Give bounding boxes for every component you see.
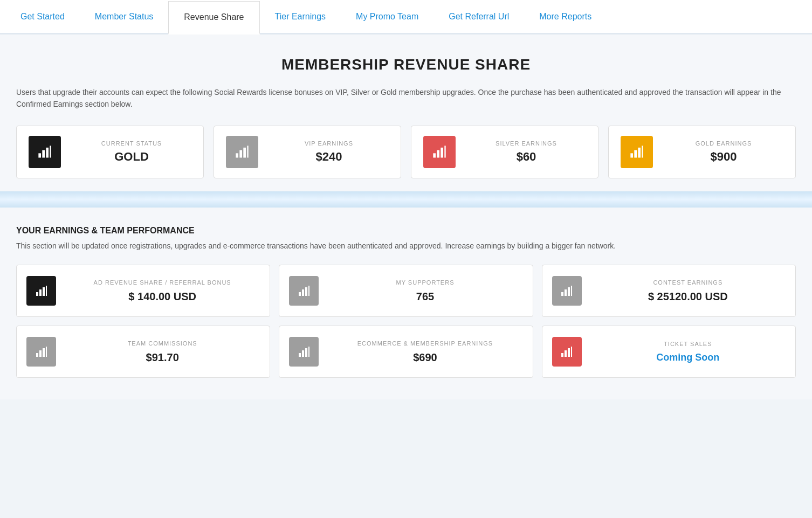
earn-value-my-supporters: 765 [327, 291, 522, 303]
earn-label-ad-revenue: AD REVENUE SHARE / REFERRAL BONUS [65, 279, 260, 287]
earn-label-team-commissions: TEAM COMMISSIONS [65, 340, 260, 348]
stat-label-silver-earnings: SILVER EARNINGS [466, 140, 586, 147]
svg-rect-29 [39, 350, 42, 357]
svg-rect-1 [42, 150, 45, 157]
chart-icon-gold [621, 136, 653, 168]
svg-rect-37 [565, 350, 567, 357]
card-current-status: CURRENT STATUS GOLD [16, 126, 204, 178]
svg-rect-24 [561, 292, 563, 296]
earnings-title: YOUR EARNINGS & TEAM PERFORMANCE [16, 226, 796, 236]
card-vip-earnings: VIP EARNINGS $240 [214, 126, 401, 178]
svg-rect-38 [568, 348, 570, 357]
svg-rect-16 [36, 292, 38, 296]
chart-icon-red-silver [423, 136, 456, 168]
svg-rect-7 [247, 146, 248, 157]
svg-rect-35 [308, 347, 309, 357]
svg-rect-18 [43, 287, 45, 296]
tab-tier-earnings[interactable]: Tier Earnings [260, 0, 341, 34]
svg-rect-27 [571, 286, 572, 296]
svg-rect-6 [243, 148, 246, 158]
tab-more-reports[interactable]: More Reports [524, 0, 607, 34]
svg-rect-25 [565, 289, 567, 296]
page-title: MEMBERSHIP REVENUE SHARE [16, 56, 796, 73]
svg-rect-22 [305, 287, 307, 296]
earn-card-ad-revenue: AD REVENUE SHARE / REFERRAL BONUS $ 140.… [16, 265, 270, 317]
earn-info-my-supporters: MY SUPPORTERS 765 [327, 279, 522, 302]
svg-rect-21 [302, 289, 304, 296]
svg-rect-13 [634, 150, 637, 157]
chart-icon-contest-earnings [552, 276, 582, 306]
page-description: Users that upgrade their accounts can ex… [16, 86, 796, 110]
earn-info-ad-revenue: AD REVENUE SHARE / REFERRAL BONUS $ 140.… [65, 279, 260, 302]
stat-label-gold-earnings: GOLD EARNINGS [664, 140, 783, 147]
tab-revenue-share[interactable]: Revenue Share [168, 1, 259, 34]
main-content: MEMBERSHIP REVENUE SHARE Users that upgr… [0, 34, 812, 399]
earn-card-my-supporters: MY SUPPORTERS 765 [279, 265, 533, 317]
svg-rect-20 [299, 292, 301, 296]
card-silver-earnings: SILVER EARNINGS $60 [411, 126, 598, 178]
svg-rect-39 [571, 347, 572, 357]
stat-value-vip-earnings: $240 [269, 150, 389, 164]
chart-icon-ticket-sales [552, 337, 582, 367]
svg-rect-0 [38, 153, 41, 157]
earn-value-ad-revenue: $ 140.00 USD [65, 291, 260, 303]
svg-rect-19 [46, 286, 47, 296]
svg-rect-17 [39, 289, 42, 296]
chart-icon-ad-revenue [26, 276, 56, 306]
svg-rect-30 [43, 348, 45, 357]
tab-get-referral-url[interactable]: Get Referral Url [433, 0, 524, 34]
svg-rect-26 [568, 287, 570, 296]
svg-rect-8 [433, 153, 436, 157]
card-gold-earnings: GOLD EARNINGS $900 [608, 126, 796, 178]
earn-info-team-commissions: TEAM COMMISSIONS $91.70 [65, 340, 260, 363]
earn-card-ecommerce-earnings: ECOMMERCE & MEMBERSHIP EARNINGS $690 [279, 326, 533, 378]
earn-card-contest-earnings: CONTEST EARNINGS $ 25120.00 USD [542, 265, 796, 317]
tab-my-promo-team[interactable]: My Promo Team [341, 0, 433, 34]
earn-label-ecommerce-earnings: ECOMMERCE & MEMBERSHIP EARNINGS [327, 340, 522, 348]
earn-info-ecommerce-earnings: ECOMMERCE & MEMBERSHIP EARNINGS $690 [327, 340, 522, 363]
earn-value-ecommerce-earnings: $690 [327, 351, 522, 364]
chart-icon-ecommerce-earnings [289, 337, 319, 367]
svg-rect-23 [308, 286, 309, 296]
svg-rect-34 [305, 348, 307, 357]
earnings-description: This section will be updated once regist… [16, 240, 796, 252]
svg-rect-32 [299, 353, 301, 357]
svg-rect-9 [437, 150, 439, 157]
stat-value-current-status: GOLD [72, 150, 191, 164]
earnings-grid: AD REVENUE SHARE / REFERRAL BONUS $ 140.… [16, 265, 796, 378]
svg-rect-14 [638, 148, 641, 158]
stat-info-vip-earnings: VIP EARNINGS $240 [269, 140, 389, 164]
stat-value-gold-earnings: $900 [664, 150, 783, 164]
svg-rect-5 [239, 150, 242, 157]
svg-rect-2 [46, 148, 49, 158]
svg-rect-3 [50, 146, 51, 157]
earn-label-my-supporters: MY SUPPORTERS [327, 279, 522, 287]
status-cards-row: CURRENT STATUS GOLD VIP EARNINGS $240 SI… [16, 126, 796, 178]
earn-card-team-commissions: TEAM COMMISSIONS $91.70 [16, 326, 270, 378]
stat-label-current-status: CURRENT STATUS [72, 140, 191, 147]
earn-value-contest-earnings: $ 25120.00 USD [590, 291, 786, 303]
earn-value-team-commissions: $91.70 [65, 351, 260, 364]
svg-rect-31 [46, 347, 47, 357]
chart-icon-black [29, 136, 61, 168]
earnings-section: YOUR EARNINGS & TEAM PERFORMANCE This se… [16, 220, 796, 383]
tab-member-status[interactable]: Member Status [80, 0, 168, 34]
chart-icon-team-commissions [26, 337, 56, 367]
earn-label-contest-earnings: CONTEST EARNINGS [590, 279, 786, 287]
earn-info-ticket-sales: TICKET SALES Coming Soon [590, 340, 786, 363]
divider-band [0, 191, 812, 208]
tab-get-started[interactable]: Get Started [5, 0, 80, 34]
stat-info-current-status: CURRENT STATUS GOLD [72, 140, 191, 164]
svg-rect-10 [441, 148, 443, 158]
svg-rect-12 [630, 153, 633, 157]
stat-info-gold-earnings: GOLD EARNINGS $900 [664, 140, 783, 164]
svg-rect-4 [236, 153, 238, 157]
earn-card-ticket-sales: TICKET SALES Coming Soon [542, 326, 796, 378]
earn-value-ticket-sales: Coming Soon [590, 352, 786, 363]
svg-rect-36 [561, 353, 563, 357]
svg-rect-28 [36, 353, 38, 357]
earn-info-contest-earnings: CONTEST EARNINGS $ 25120.00 USD [590, 279, 786, 302]
svg-rect-15 [642, 146, 643, 157]
stat-value-silver-earnings: $60 [466, 150, 586, 164]
svg-rect-11 [444, 146, 445, 157]
